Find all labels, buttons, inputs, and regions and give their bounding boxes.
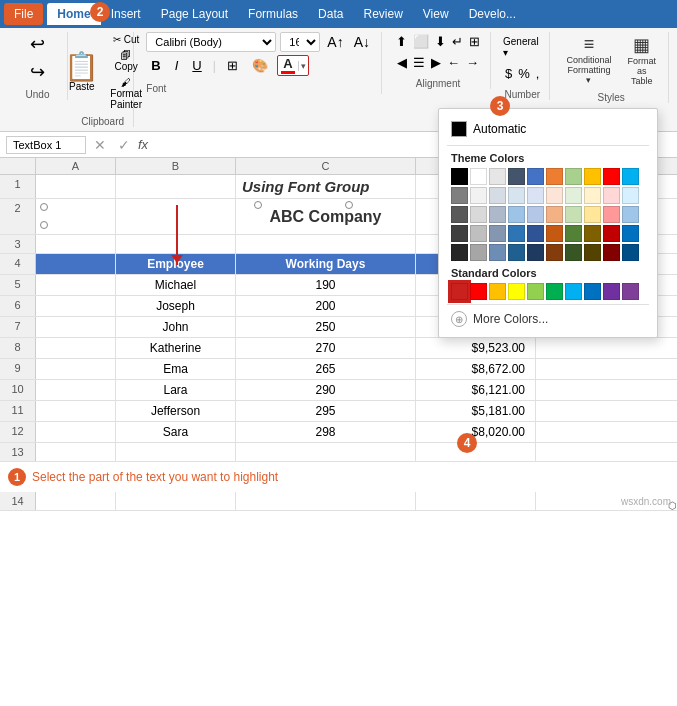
standard-color-swatch[interactable] <box>451 283 468 300</box>
formula-confirm[interactable]: ✓ <box>114 137 134 153</box>
cell-13c[interactable] <box>236 443 416 461</box>
conditional-formatting-button[interactable]: ≡ ConditionalFormatting ▾ <box>560 32 617 88</box>
font-color-dropdown-arrow[interactable]: ▾ <box>298 61 308 71</box>
font-selector[interactable]: Calibri (Body) <box>146 32 276 52</box>
theme-color-swatch[interactable] <box>622 168 639 185</box>
theme-color-swatch[interactable] <box>489 244 506 261</box>
cell-8d-salary[interactable]: $9,523.00 <box>416 338 536 358</box>
cell-7b-name[interactable]: John <box>116 317 236 337</box>
standard-color-swatch[interactable] <box>470 283 487 300</box>
theme-color-swatch[interactable] <box>451 206 468 223</box>
cell-13a[interactable] <box>36 443 116 461</box>
cell-3b[interactable] <box>116 235 236 253</box>
theme-color-swatch[interactable] <box>622 206 639 223</box>
cell-10c-days[interactable]: 290 <box>236 380 416 400</box>
align-bottom-button[interactable]: ⬇ <box>433 32 448 51</box>
cell-12a[interactable] <box>36 422 116 442</box>
cell-14b[interactable] <box>116 492 236 510</box>
borders-button[interactable]: ⊞ <box>222 56 243 75</box>
cell-9d-salary[interactable]: $8,672.00 <box>416 359 536 379</box>
tab-data[interactable]: Data <box>308 3 353 25</box>
cell-2c[interactable]: ABC Company <box>236 199 416 234</box>
theme-color-swatch[interactable] <box>546 168 563 185</box>
cell-11c-days[interactable]: 295 <box>236 401 416 421</box>
cell-3a[interactable] <box>36 235 116 253</box>
theme-color-swatch[interactable] <box>470 187 487 204</box>
bold-button[interactable]: B <box>146 56 165 75</box>
cell-reference-box[interactable]: TextBox 1 <box>6 136 86 154</box>
cell-10d-salary[interactable]: $6,121.00 <box>416 380 536 400</box>
comma-button[interactable]: , <box>534 64 542 83</box>
cell-6b-name[interactable]: Joseph <box>116 296 236 316</box>
standard-color-swatch[interactable] <box>508 283 525 300</box>
format-as-table-button[interactable]: ▦ Format as Table <box>621 32 662 88</box>
theme-color-swatch[interactable] <box>508 187 525 204</box>
theme-color-swatch[interactable] <box>584 225 601 242</box>
cell-9a[interactable] <box>36 359 116 379</box>
handle-ml[interactable] <box>40 221 48 229</box>
theme-color-swatch[interactable] <box>584 244 601 261</box>
cell-8c-days[interactable]: 270 <box>236 338 416 358</box>
theme-color-swatch[interactable] <box>565 187 582 204</box>
formula-cancel[interactable]: ✕ <box>90 137 110 153</box>
theme-color-swatch[interactable] <box>546 225 563 242</box>
theme-color-swatch[interactable] <box>527 187 544 204</box>
theme-color-swatch[interactable] <box>470 168 487 185</box>
align-left-button[interactable]: ◀ <box>395 53 409 72</box>
theme-color-swatch[interactable] <box>451 187 468 204</box>
cell-12b-name[interactable]: Sara <box>116 422 236 442</box>
tab-review[interactable]: Review <box>353 3 412 25</box>
cell-13b[interactable] <box>116 443 236 461</box>
cell-7c-days[interactable]: 250 <box>236 317 416 337</box>
theme-color-swatch[interactable] <box>565 206 582 223</box>
tab-page-layout[interactable]: Page Layout <box>151 3 238 25</box>
standard-color-swatch[interactable] <box>603 283 620 300</box>
theme-color-swatch[interactable] <box>565 244 582 261</box>
redo-button[interactable]: ↪ <box>26 60 49 86</box>
cell-1a[interactable] <box>36 175 116 198</box>
standard-color-swatch[interactable] <box>565 283 582 300</box>
header-working-days[interactable]: Working Days <box>236 254 416 274</box>
standard-color-swatch[interactable] <box>622 283 639 300</box>
cell-10a[interactable] <box>36 380 116 400</box>
percent-button[interactable]: % <box>516 64 532 83</box>
cell-11d-salary[interactable]: $5,181.00 <box>416 401 536 421</box>
align-right-button[interactable]: ▶ <box>429 53 443 72</box>
cell-8a[interactable] <box>36 338 116 358</box>
cell-1c[interactable]: Using Font Group <box>236 175 416 198</box>
cell-3c[interactable] <box>236 235 416 253</box>
theme-color-swatch[interactable] <box>489 187 506 204</box>
theme-color-swatch[interactable] <box>527 206 544 223</box>
theme-color-swatch[interactable] <box>451 168 468 185</box>
theme-color-swatch[interactable] <box>584 187 601 204</box>
cell-9b-name[interactable]: Ema <box>116 359 236 379</box>
cell-5b-name[interactable]: Michael <box>116 275 236 295</box>
handle-corner-tm[interactable] <box>345 201 353 209</box>
cell-6c-days[interactable]: 200 <box>236 296 416 316</box>
font-size-selector[interactable]: 16 <box>280 32 320 52</box>
currency-button[interactable]: $ <box>503 64 514 83</box>
textbox-abc-company[interactable]: ABC Company <box>257 204 393 230</box>
cell-8b-name[interactable]: Katherine <box>116 338 236 358</box>
cell-10b-name[interactable]: Lara <box>116 380 236 400</box>
cell-11a[interactable] <box>36 401 116 421</box>
cell-11b-name[interactable]: Jefferson <box>116 401 236 421</box>
theme-color-swatch[interactable] <box>603 244 620 261</box>
theme-color-swatch[interactable] <box>546 244 563 261</box>
theme-color-swatch[interactable] <box>470 244 487 261</box>
theme-color-swatch[interactable] <box>489 206 506 223</box>
theme-color-swatch[interactable] <box>527 244 544 261</box>
standard-color-swatch[interactable] <box>584 283 601 300</box>
theme-color-swatch[interactable] <box>565 225 582 242</box>
paste-button[interactable]: 📋 Paste <box>60 49 103 96</box>
theme-color-swatch[interactable] <box>508 244 525 261</box>
theme-color-swatch[interactable] <box>489 168 506 185</box>
theme-color-swatch[interactable] <box>546 206 563 223</box>
more-colors-option[interactable]: ⊕ More Colors... <box>447 304 649 329</box>
undo-button[interactable]: ↩ <box>26 32 49 58</box>
standard-color-swatch[interactable] <box>527 283 544 300</box>
theme-color-swatch[interactable] <box>527 225 544 242</box>
theme-color-swatch[interactable] <box>622 244 639 261</box>
font-grow-button[interactable]: A↑ <box>324 33 346 51</box>
header-cell-a[interactable] <box>36 254 116 274</box>
